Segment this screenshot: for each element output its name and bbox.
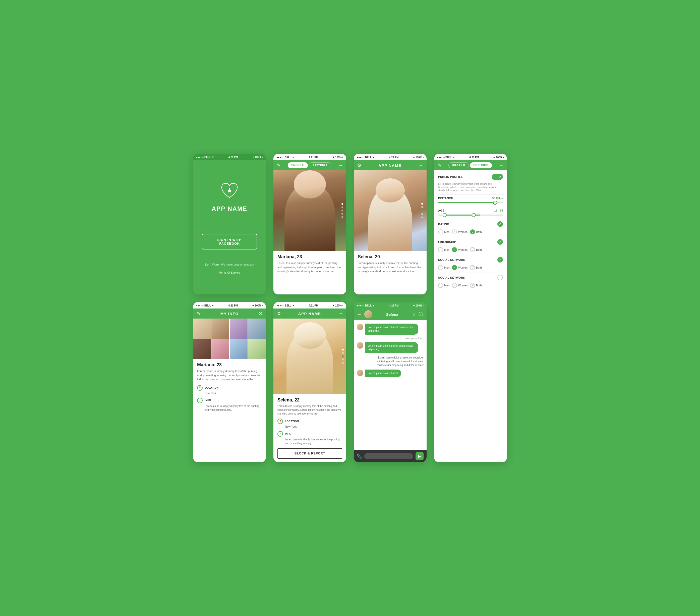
- social1-men[interactable]: ♂ Men: [438, 265, 449, 270]
- distance-value: 90 Miles: [492, 197, 503, 200]
- public-profile-row: PUBLIC PROFILE: [438, 174, 503, 180]
- divider-2: [438, 207, 503, 207]
- social2-women[interactable]: ♀ Women: [452, 283, 467, 288]
- social2-men-label: Men: [444, 284, 449, 287]
- gear-icon[interactable]: ⚙: [357, 162, 361, 168]
- detail-dot-4: [342, 359, 344, 360]
- arrow-right-settings[interactable]: →: [499, 163, 503, 168]
- terms-of-service-link[interactable]: Terms Of Service: [219, 271, 240, 274]
- facebook-login-button[interactable]: SIGN IN WITH FACEBOOK: [202, 234, 257, 249]
- tab-profile-settings[interactable]: PROFILE: [448, 162, 469, 168]
- chat-input-field[interactable]: [364, 453, 413, 459]
- edit-icon-settings[interactable]: ✎: [438, 162, 441, 168]
- age-thumb-right[interactable]: [472, 213, 476, 217]
- age-thumb-left[interactable]: [443, 213, 447, 217]
- chat-username: Selena: [375, 312, 410, 317]
- info-icon-row: i INFO: [197, 398, 262, 403]
- outer-wrapper: ●●●○○ BELL ▼ 4:21 PM ✦ 100% ▪ APP NAME S…: [0, 0, 700, 616]
- dot-3: [341, 210, 343, 211]
- tab-profile[interactable]: PROFILE: [288, 162, 308, 168]
- edit-icon[interactable]: ✎: [277, 162, 281, 168]
- star-icon[interactable]: ☆: [412, 311, 416, 317]
- tab-settings[interactable]: SETTINGS: [309, 162, 331, 168]
- status-signal-7: ●●●○○ BELL ▼: [357, 304, 375, 307]
- distance-thumb[interactable]: [493, 201, 497, 205]
- main-info-card: Selena, 20 Lorem Ipsum is simply dummy t…: [354, 251, 427, 294]
- status-bar-3: ●●●○○ BELL ▼ 4:21 PM ✦ 100% ▪: [354, 154, 427, 160]
- social2-both-label: Both: [476, 284, 482, 287]
- gear-icon-detail[interactable]: ⚙: [277, 311, 281, 316]
- edit-icon-myinfo[interactable]: ✎: [197, 311, 200, 316]
- profile-desc: Lorem Ipsum is simply dummy text of the …: [277, 261, 342, 274]
- status-signal: ●●●○○ BELL ▼: [196, 156, 214, 159]
- profile-info-card: Mariana, 23 Lorem Ipsum is simply dummy …: [273, 251, 346, 294]
- chat-message-1: Lorem ipsum dolor sit amet consectetuer …: [357, 323, 424, 335]
- arrow-right-detail[interactable]: →: [338, 311, 343, 316]
- friendship-women-circle: ♀: [452, 247, 457, 252]
- detail-info: Selena, 22 Lorem Ipsum is simply dummy t…: [273, 394, 346, 462]
- friendship-women[interactable]: ♀ Women: [452, 247, 467, 252]
- app-name-main: APP NAME: [361, 163, 418, 168]
- dot-m2: [421, 206, 423, 208]
- photo-cell-4: [248, 319, 266, 338]
- photo-cell-3: [230, 319, 248, 338]
- dot-4: [341, 213, 343, 215]
- detail-dot-5: [342, 362, 344, 364]
- info-icon[interactable]: ⓘ: [418, 311, 423, 317]
- status-battery-4: ✦ 100% ▪: [493, 156, 504, 159]
- photo-cell-2: [211, 319, 229, 338]
- info-label: INFO: [205, 399, 211, 402]
- arrow-right-icon[interactable]: →: [338, 163, 343, 168]
- tab-settings-active[interactable]: SETTINGS: [470, 162, 492, 168]
- friendship-row: FRIENDSHIP ✓: [438, 239, 503, 245]
- back-arrow-icon[interactable]: ←: [357, 312, 362, 317]
- dot-m4: [421, 213, 423, 215]
- myinfo-desc: Lorem Ipsum is simply dummy text of the …: [197, 369, 262, 382]
- main-photo-area: [354, 170, 427, 251]
- dating-men[interactable]: ♂ Men: [438, 229, 449, 234]
- detail-location-icon: 📍: [277, 419, 283, 424]
- close-icon-myinfo[interactable]: ✕: [259, 311, 262, 316]
- location-label: LOCATION: [205, 386, 218, 389]
- dating-men-circle: ♂: [438, 229, 443, 234]
- screen-myinfo: ●●●○○ BELL ▼ 4:21 PM ✦ 100% ▪ ✎ MY INFO …: [193, 302, 266, 462]
- profile-photo-area: [273, 170, 346, 251]
- public-profile-toggle[interactable]: [492, 174, 503, 180]
- attachment-icon[interactable]: 📎: [357, 454, 362, 459]
- login-heart-icon: [218, 181, 241, 201]
- arrow-right-icon-main[interactable]: →: [418, 163, 423, 168]
- nav-tabs: PROFILE SETTINGS: [288, 162, 331, 168]
- friendship-label: FRIENDSHIP: [438, 241, 456, 244]
- social-network2-check[interactable]: [497, 275, 503, 280]
- social2-both[interactable]: ⚥ Both: [470, 283, 482, 288]
- dot-5: [341, 216, 343, 218]
- friendship-both[interactable]: ⚥ Both: [470, 247, 482, 252]
- chat-send-button[interactable]: ▶: [415, 452, 424, 460]
- detail-info-section: i INFO Lorem Ipsum is simply dummy text …: [277, 431, 342, 445]
- status-signal-3: ●●●○○ BELL ▼: [357, 156, 375, 159]
- social1-both[interactable]: ⚥ Both: [470, 265, 482, 270]
- block-report-button[interactable]: BLOCK & REPORT: [277, 448, 342, 459]
- age-slider[interactable]: [438, 214, 503, 215]
- app-name-login: APP NAME: [212, 205, 247, 212]
- dating-both[interactable]: ⚥ Both: [470, 229, 482, 234]
- myinfo-body: Mariana, 23 Lorem Ipsum is simply dummy …: [193, 319, 266, 418]
- status-signal-4: ●●●○○ BELL ▼: [437, 156, 455, 159]
- friendship-men[interactable]: ♂ Men: [438, 247, 449, 252]
- screen-login: ●●●○○ BELL ▼ 4:21 PM ✦ 100% ▪ APP NAME S…: [193, 154, 266, 294]
- social1-men-label: Men: [444, 266, 449, 269]
- detail-location-value: New York: [285, 425, 342, 428]
- profile-dots: [341, 203, 343, 218]
- location-icon-row: 📍 LOCATION: [197, 385, 262, 391]
- dating-women[interactable]: ♀ Women: [452, 229, 467, 234]
- chat-avatar-tiny-2: [357, 342, 363, 349]
- dating-women-label: Women: [458, 230, 467, 233]
- status-battery-3: ✦ 100% ▪: [413, 156, 424, 159]
- social-network1-row: SOCIAL NETWORK ✓: [438, 257, 503, 262]
- chat-nav: ← Selena ☆ ⓘ: [354, 308, 427, 320]
- detail-location-row: 📍 LOCATION: [277, 419, 342, 424]
- distance-fill: [438, 202, 495, 203]
- distance-slider[interactable]: [438, 202, 503, 203]
- social1-women[interactable]: ♀ Women: [452, 265, 467, 270]
- social2-men[interactable]: ♂ Men: [438, 283, 449, 288]
